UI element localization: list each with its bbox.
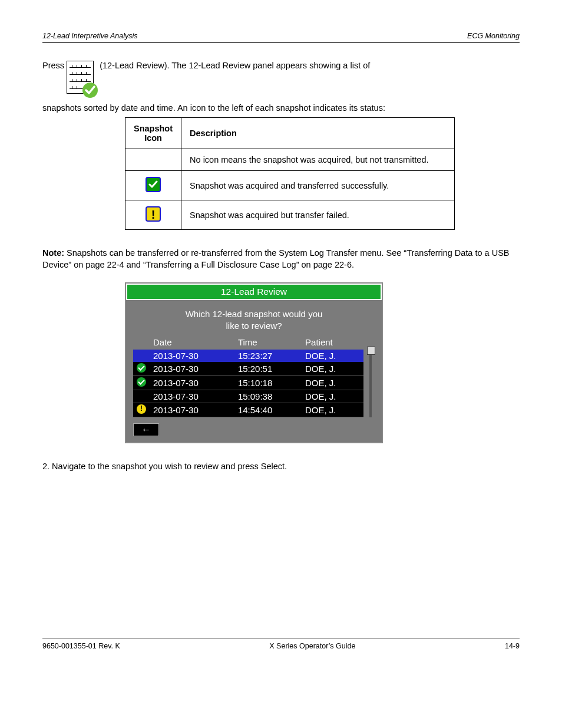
col-patient: Patient [302, 336, 363, 350]
note-block: Note: Snapshots can be transferred or re… [42, 248, 520, 271]
page-running-header: 12-Lead Interpretive Analysis ECG Monito… [42, 32, 520, 40]
cell-date: 2013-07-30 [150, 403, 234, 417]
col-time: Time [234, 336, 302, 350]
cell-time: 15:20:51 [234, 362, 302, 376]
footer-center: X Series Operator’s Guide [269, 642, 355, 650]
cell-date: 2013-07-30 [150, 376, 234, 390]
press-suffix: (12-Lead Review). The 12-Lead Review pan… [100, 61, 370, 70]
list-item[interactable]: 2013-07-30 15:09:38 DOE, J. [133, 390, 363, 403]
list-item[interactable]: 2013-07-30 15:10:18 DOE, J. [133, 376, 363, 390]
col-date: Date [150, 336, 234, 350]
press-prefix: Press [42, 61, 67, 70]
device-title-bar: 12-Lead Review [126, 284, 382, 300]
instruction-line-1: Press (12-Lead Review). The 12-Lead Revi… [42, 61, 520, 94]
cell-patient: DOE, J. [302, 390, 363, 403]
header-right: ECG Monitoring [467, 32, 520, 40]
table-header-icon: Snapshot Icon [125, 118, 181, 149]
warning-icon: ! [146, 206, 161, 222]
device-prompt-line2: like to review? [226, 321, 282, 331]
table-header-desc: Description [181, 118, 455, 149]
cell-patient: DOE, J. [302, 350, 363, 362]
footer-right: 14-9 [505, 642, 520, 650]
desc-success: Snapshot was acquired and transferred su… [181, 171, 455, 200]
desc-no-icon: No icon means the snapshot was acquired,… [181, 149, 455, 171]
table-row: Snapshot was acquired and transferred su… [125, 171, 455, 200]
success-icon [146, 177, 161, 192]
cell-patient: DOE, J. [302, 376, 363, 390]
cell-patient: DOE, J. [302, 403, 363, 417]
device-prompt-line1: Which 12-lead snapshot would you [186, 309, 323, 319]
header-rule [42, 42, 520, 43]
page-footer: 9650-001355-01 Rev. K X Series Operator’… [42, 638, 520, 650]
header-left: 12-Lead Interpretive Analysis [42, 32, 137, 40]
cell-time: 15:10:18 [234, 376, 302, 390]
note-label: Note: [42, 248, 64, 258]
footer-left: 9650-001355-01 Rev. K [42, 642, 120, 650]
scrollbar-thumb[interactable] [367, 347, 375, 355]
desc-warning: Snapshot was acquired but transfer faile… [181, 200, 455, 230]
no-icon-cell [125, 149, 181, 171]
cell-time: 15:09:38 [234, 390, 302, 403]
step-2-text: 2. Navigate to the snapshot you wish to … [42, 461, 520, 473]
table-row: No icon means the snapshot was acquired,… [125, 149, 455, 171]
cell-time: 14:54:40 [234, 403, 302, 417]
snapshot-icon-table: Snapshot Icon Description No icon means … [125, 117, 455, 230]
success-icon [137, 377, 146, 387]
device-screenshot: 12-Lead Review Which 12-lead snapshot wo… [125, 282, 383, 443]
list-item[interactable]: 2013-07-30 14:54:40 DOE, J. [133, 403, 363, 417]
list-item[interactable]: 2013-07-30 15:23:27 DOE, J. [133, 350, 363, 362]
cell-date: 2013-07-30 [150, 362, 234, 376]
instruction-line-2: snapshots sorted by date and time. An ic… [42, 103, 520, 113]
warning-icon [137, 404, 146, 414]
cell-time: 15:23:27 [234, 350, 302, 362]
snapshot-list[interactable]: Date Time Patient 2013-07-30 15:23:27 DO… [133, 336, 363, 417]
table-row: ! Snapshot was acquired but transfer fai… [125, 200, 455, 230]
back-button[interactable]: ← [133, 423, 159, 436]
checkmark-badge-icon [82, 83, 98, 98]
success-icon [137, 363, 146, 373]
cell-patient: DOE, J. [302, 362, 363, 376]
twelve-lead-review-icon [67, 61, 94, 94]
list-item[interactable]: 2013-07-30 15:20:51 DOE, J. [133, 362, 363, 376]
scrollbar[interactable] [367, 336, 375, 417]
device-prompt: Which 12-lead snapshot would you like to… [133, 308, 375, 331]
cell-date: 2013-07-30 [150, 350, 234, 362]
note-text: Snapshots can be transferred or re-trans… [42, 248, 509, 269]
cell-date: 2013-07-30 [150, 390, 234, 403]
